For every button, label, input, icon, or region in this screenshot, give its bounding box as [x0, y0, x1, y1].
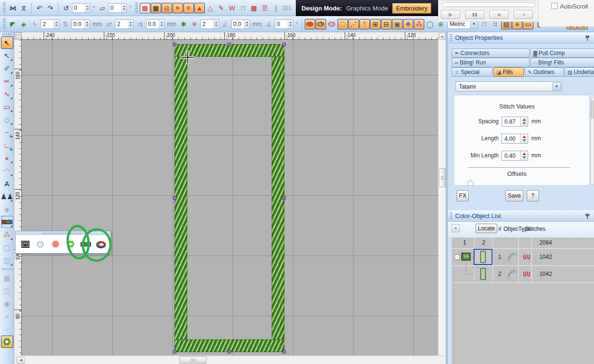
grid-eye-tool[interactable]: ◉: [1, 297, 13, 309]
applique-tool[interactable]: ⁂: [1, 228, 13, 241]
arc-tool[interactable]: ◠: [1, 164, 13, 177]
panel-grip[interactable]: [450, 34, 452, 41]
design-canvas[interactable]: [22, 40, 438, 355]
canvas-horizontal-scrollbar[interactable]: ◀: [14, 355, 446, 364]
run-stitch-tool[interactable]: ┄1: [1, 126, 13, 138]
stop-button[interactable]: ■: [489, 10, 509, 19]
autoscroll-checkbox[interactable]: [551, 3, 557, 9]
scatter-a-icon[interactable]: ✱: [178, 19, 189, 29]
vertical-scroll-thumb[interactable]: [439, 168, 446, 187]
skew-angle-input[interactable]: [109, 4, 121, 12]
polygon-node-tool[interactable]: ◇: [1, 113, 13, 126]
selection-handle[interactable]: [173, 196, 176, 200]
hexagon-outline-icon[interactable]: [64, 238, 77, 250]
tab-special[interactable]: ☆Special: [452, 67, 493, 77]
angle-a-icon[interactable]: ∠: [220, 19, 230, 29]
rotate-angle-input[interactable]: [73, 4, 85, 12]
gradient-bar-icon[interactable]: [80, 238, 92, 250]
scroll-up-button[interactable]: ▲: [439, 33, 446, 40]
offset-spin-arrows[interactable]: [159, 20, 164, 28]
expander-button[interactable]: -: [455, 255, 460, 260]
flyout-drag-handle[interactable]: [16, 231, 110, 235]
embroidery-border-object[interactable]: [174, 44, 284, 352]
length-value[interactable]: 4.00: [502, 134, 520, 143]
grid-edit-icon[interactable]: ⊟: [381, 19, 392, 29]
toolbar-handle[interactable]: [135, 2, 138, 14]
help-button[interactable]: ?: [527, 190, 539, 201]
angle-a-spin-arrows[interactable]: [244, 20, 249, 28]
polyline-stitch-tool[interactable]: ∟1: [1, 139, 13, 151]
card-scroll-thumb[interactable]: [591, 100, 594, 118]
selection-handle[interactable]: [283, 196, 286, 200]
point-run-icon[interactable]: ⋰: [348, 19, 359, 29]
collapse-button[interactable]: «: [452, 224, 460, 232]
min-length-value[interactable]: 0.40: [502, 151, 520, 160]
scatter-spin-arrows[interactable]: [213, 20, 219, 28]
three-d-effect-icon[interactable]: 3D: [282, 3, 292, 13]
shapes-icon[interactable]: ❖: [403, 19, 413, 29]
color-balls-icon[interactable]: ⁂: [414, 19, 424, 29]
grid-a-tool[interactable]: ▦: [1, 272, 13, 284]
selection-handle[interactable]: [283, 43, 286, 46]
stagger-icon[interactable]: ϟ: [29, 19, 40, 29]
min-length-field[interactable]: 0.40: [502, 151, 528, 161]
stitch-band-left[interactable]: [174, 56, 187, 340]
offset-spin[interactable]: [146, 20, 159, 28]
skew-icon[interactable]: ▱: [97, 3, 108, 13]
ruler-corner-button[interactable]: [14, 32, 22, 40]
weave-fill-icon[interactable]: ▦: [140, 3, 150, 13]
rotate-angle-input-arrows[interactable]: [85, 4, 90, 12]
selection-handle[interactable]: [228, 350, 231, 354]
fx-button[interactable]: FX: [457, 190, 469, 201]
fan-fill-icon[interactable]: ▲: [194, 3, 205, 13]
grid-move-tool[interactable]: +: [1, 310, 13, 322]
wave-stitch-icon[interactable]: W: [227, 3, 238, 13]
ring-icon[interactable]: ◯: [425, 19, 435, 29]
tab-bling-run[interactable]: ∞Bling! Run: [452, 58, 530, 67]
column-spin[interactable]: [116, 20, 128, 28]
oc-circles-icon[interactable]: ⊙: [34, 238, 46, 250]
color-wheel-icon[interactable]: [95, 238, 107, 250]
offsets-radio[interactable]: [467, 181, 474, 186]
star-fill-icon[interactable]: ✶: [173, 3, 183, 13]
outline-design-icon[interactable]: [19, 238, 31, 250]
length-field[interactable]: 4.00: [502, 134, 528, 144]
skew-angle-input-arrows[interactable]: [121, 4, 127, 12]
step-stitch-icon[interactable]: ⊓: [238, 3, 248, 13]
monogram-tool[interactable]: ♟♟: [1, 190, 13, 202]
angle-a-spin[interactable]: [232, 20, 244, 28]
name-drop-tool[interactable]: ◈: [1, 203, 13, 215]
grid-b-tool[interactable]: ◫: [1, 284, 13, 297]
color-film-tool[interactable]: [1, 216, 13, 228]
panel-splitter[interactable]: [446, 32, 448, 364]
reshape-box-tool[interactable]: ▭: [1, 100, 13, 113]
column-spin-arrows[interactable]: [128, 20, 133, 28]
row-spacing-spin-arrows[interactable]: [84, 20, 90, 28]
value-spinner[interactable]: [520, 151, 528, 160]
hatch-stitch-icon[interactable]: ∥: [271, 3, 281, 13]
pin-icon[interactable]: [585, 35, 590, 41]
playback-slider[interactable]: [442, 2, 535, 7]
stagger-spin-arrows[interactable]: [54, 20, 59, 28]
dropdown-arrow-icon[interactable]: ▼: [552, 82, 561, 91]
horizontal-scroll-thumb[interactable]: [179, 356, 207, 364]
selection-handle[interactable]: [173, 350, 176, 354]
tab-fills[interactable]: ◪Fills: [493, 67, 524, 77]
fill-pink-oval-icon[interactable]: [327, 19, 337, 29]
spacing-value[interactable]: 0.87: [502, 117, 520, 126]
toolbar-handle[interactable]: [3, 18, 6, 30]
bitmap-icon[interactable]: ▣: [392, 19, 402, 29]
canvas-vertical-scrollbar[interactable]: ▲: [438, 32, 446, 355]
locate-button[interactable]: Locate: [475, 224, 497, 233]
select-tool[interactable]: ↖: [1, 36, 13, 49]
background-tool[interactable]: ▢: [1, 241, 13, 254]
rotate-ccw-45-icon[interactable]: ↶: [34, 3, 45, 13]
blank-tool[interactable]: ▫: [1, 323, 13, 335]
tab-outlines[interactable]: ✎Outlines: [525, 67, 564, 77]
scroll-left-button[interactable]: ◀: [17, 357, 25, 364]
tab-pull-comp[interactable]: ▓Pull Comp: [530, 48, 594, 58]
angle-b-spin[interactable]: [275, 20, 288, 28]
rotate-cw-45-icon[interactable]: ↷: [45, 3, 55, 13]
offset-icon[interactable]: ⇉: [135, 19, 145, 29]
object-thumbnail-cell[interactable]: [474, 249, 493, 265]
